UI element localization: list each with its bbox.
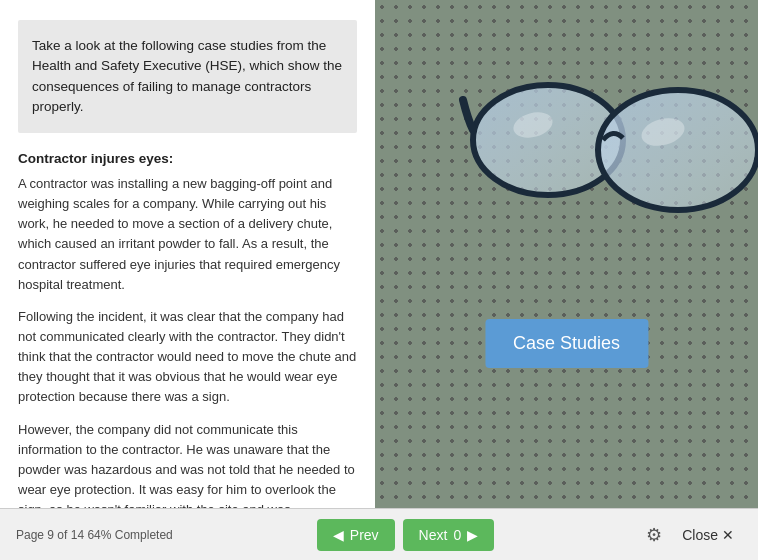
- intro-text: Take a look at the following case studie…: [32, 36, 343, 117]
- next-number: 0: [453, 527, 461, 543]
- settings-button[interactable]: ⚙: [638, 520, 670, 550]
- close-icon: ✕: [722, 527, 734, 543]
- progress-text: Page 9 of 14 64% Completed: [16, 528, 173, 542]
- safety-glasses-icon: [458, 20, 758, 280]
- case-paragraph-3: However, the company did not communicate…: [18, 420, 357, 508]
- svg-point-1: [598, 90, 758, 210]
- case-paragraph-1: A contractor was installing a new baggin…: [18, 174, 357, 295]
- prev-label: Prev: [350, 527, 379, 543]
- case-paragraph-2: Following the incident, it was clear tha…: [18, 307, 357, 408]
- next-button[interactable]: Next 0 ▶: [403, 519, 495, 551]
- case-title: Contractor injures eyes:: [18, 151, 357, 166]
- next-label: Next: [419, 527, 448, 543]
- intro-box: Take a look at the following case studie…: [18, 20, 357, 133]
- case-studies-label: Case Studies: [513, 333, 620, 353]
- prev-button[interactable]: ◀ Prev: [317, 519, 395, 551]
- case-studies-badge: Case Studies: [485, 319, 648, 368]
- prev-arrow-icon: ◀: [333, 527, 344, 543]
- background-image: Case Studies: [375, 0, 758, 508]
- close-button[interactable]: Close ✕: [674, 523, 742, 547]
- next-arrow-icon: ▶: [467, 527, 478, 543]
- bottom-bar: Page 9 of 14 64% Completed ◀ Prev Next 0…: [0, 508, 758, 560]
- nav-buttons: ◀ Prev Next 0 ▶: [317, 519, 494, 551]
- right-panel: Case Studies: [375, 0, 758, 508]
- left-panel: Take a look at the following case studie…: [0, 0, 375, 508]
- right-controls: ⚙ Close ✕: [638, 520, 742, 550]
- settings-gear-icon: ⚙: [646, 525, 662, 545]
- close-label: Close: [682, 527, 718, 543]
